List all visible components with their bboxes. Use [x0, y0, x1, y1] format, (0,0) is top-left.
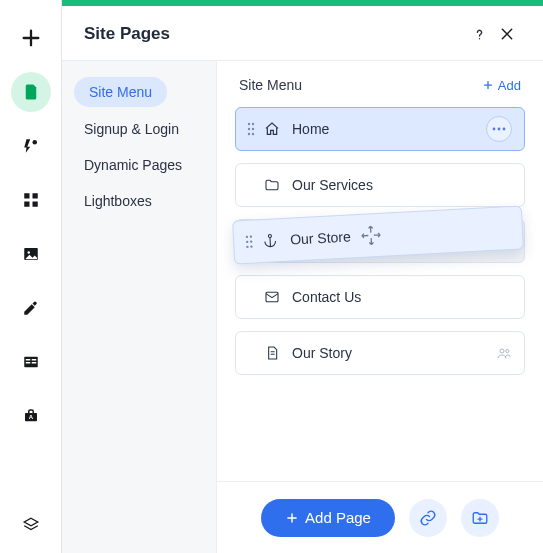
- add-page-label: Add Page: [305, 509, 371, 526]
- sidebar-item-signup-login[interactable]: Signup & Login: [70, 111, 208, 147]
- svg-point-29: [246, 246, 249, 249]
- add-link-label: Add: [498, 78, 521, 93]
- svg-point-30: [250, 245, 253, 248]
- svg-rect-9: [31, 359, 36, 361]
- rail-pages-icon[interactable]: [11, 72, 51, 112]
- sidebar-label: Site Menu: [89, 84, 152, 100]
- svg-point-25: [246, 236, 249, 239]
- page-item-contact-us[interactable]: Contact Us: [235, 275, 525, 319]
- svg-point-28: [250, 240, 253, 243]
- svg-point-23: [498, 128, 501, 131]
- page-label: Our Story: [292, 345, 352, 361]
- svg-rect-4: [32, 202, 37, 207]
- svg-point-24: [503, 128, 506, 131]
- sidebar-item-lightboxes[interactable]: Lightboxes: [70, 183, 208, 219]
- rail-layers-icon[interactable]: [11, 513, 51, 553]
- pages-main: Site Menu Add: [217, 61, 543, 553]
- help-button[interactable]: [465, 20, 493, 48]
- close-button[interactable]: [493, 20, 521, 48]
- add-menu-link[interactable]: Add: [482, 78, 521, 93]
- rail-media-icon[interactable]: [11, 234, 51, 274]
- svg-point-31: [268, 234, 271, 237]
- site-pages-panel: Site Pages Site Menu Signup & Login Dyna…: [62, 0, 543, 553]
- link-page-button[interactable]: [409, 499, 447, 537]
- page-label: Contact Us: [292, 289, 361, 305]
- page-item-home[interactable]: Home: [235, 107, 525, 151]
- svg-point-26: [250, 235, 253, 238]
- category-sidebar: Site Menu Signup & Login Dynamic Pages L…: [62, 61, 217, 553]
- svg-point-33: [500, 349, 504, 353]
- sidebar-label: Dynamic Pages: [84, 157, 182, 173]
- sidebar-label: Lightboxes: [84, 193, 152, 209]
- svg-rect-32: [266, 292, 278, 301]
- page-item-our-services[interactable]: Our Services: [235, 163, 525, 207]
- svg-rect-8: [25, 359, 30, 361]
- left-rail: A: [0, 0, 62, 553]
- add-page-button[interactable]: Add Page: [261, 499, 395, 537]
- rail-business-icon[interactable]: A: [11, 396, 51, 436]
- rail-theme-icon[interactable]: [11, 126, 51, 166]
- svg-rect-2: [32, 193, 37, 198]
- add-folder-button[interactable]: [461, 499, 499, 537]
- mail-icon: [264, 289, 282, 305]
- pages-main-header: Site Menu Add: [235, 77, 525, 93]
- panel-footer: Add Page: [217, 481, 543, 553]
- svg-point-17: [252, 123, 254, 125]
- drag-handle-icon[interactable]: [244, 122, 258, 136]
- sidebar-item-site-menu[interactable]: Site Menu: [74, 77, 167, 107]
- svg-point-19: [252, 128, 254, 130]
- svg-point-22: [493, 128, 496, 131]
- svg-point-20: [248, 133, 250, 135]
- page-label: Home: [292, 121, 329, 137]
- svg-point-6: [27, 251, 29, 253]
- page-more-button[interactable]: [486, 116, 512, 142]
- svg-point-21: [252, 133, 254, 135]
- page-icon: [264, 345, 282, 361]
- rail-blog-icon[interactable]: [11, 288, 51, 328]
- svg-text:A: A: [28, 414, 33, 420]
- pages-heading: Site Menu: [239, 77, 302, 93]
- rail-data-icon[interactable]: [11, 342, 51, 382]
- svg-rect-1: [24, 193, 29, 198]
- drag-handle-icon[interactable]: [242, 234, 257, 249]
- move-cursor-icon: [359, 224, 382, 247]
- add-button[interactable]: [11, 18, 51, 58]
- page-item-our-story[interactable]: Our Story: [235, 331, 525, 375]
- home-icon: [264, 121, 282, 137]
- page-label: Our Store: [290, 228, 351, 247]
- svg-point-18: [248, 128, 250, 130]
- page-list: Home Our Services: [235, 107, 525, 375]
- members-icon: [496, 345, 512, 361]
- sidebar-item-dynamic-pages[interactable]: Dynamic Pages: [70, 147, 208, 183]
- panel-header: Site Pages: [62, 6, 543, 61]
- svg-rect-11: [31, 362, 36, 364]
- svg-point-0: [32, 140, 37, 145]
- svg-point-16: [248, 123, 250, 125]
- anchor-icon: [262, 232, 281, 249]
- svg-point-15: [478, 38, 479, 39]
- svg-point-27: [246, 241, 249, 244]
- rail-apps-icon[interactable]: [11, 180, 51, 220]
- svg-rect-10: [25, 362, 30, 364]
- folder-icon: [264, 177, 282, 193]
- page-label: Our Services: [292, 177, 373, 193]
- panel-title: Site Pages: [84, 24, 170, 44]
- sidebar-label: Signup & Login: [84, 121, 179, 137]
- svg-point-34: [506, 349, 509, 352]
- svg-rect-3: [24, 202, 29, 207]
